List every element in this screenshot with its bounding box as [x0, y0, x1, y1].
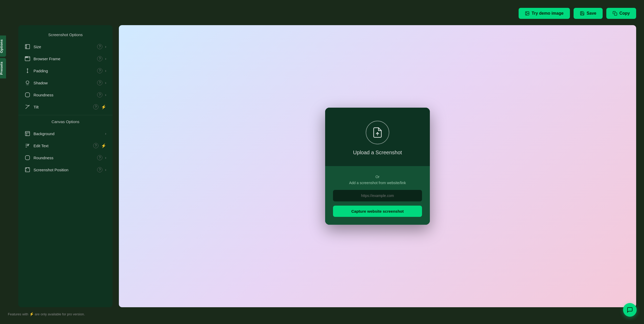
svg-text:T: T [28, 145, 29, 146]
image-icon [525, 11, 530, 16]
sidebar-item-edit-text[interactable]: T Edit Text ? ⚡ [18, 140, 113, 152]
roundness-help-icon[interactable]: ? [97, 92, 102, 97]
try-demo-label: Try demo image [532, 11, 564, 16]
background-chevron-icon: › [105, 131, 106, 136]
sidebar-item-tilt[interactable]: Tilt ? ⚡ [18, 101, 113, 113]
size-chevron-icon: › [105, 45, 106, 49]
upload-card: Upload a Screenshot Or Add a screenshot … [325, 108, 430, 225]
top-bar: Try demo image Save Copy [8, 8, 636, 19]
tilt-icon [25, 104, 30, 110]
svg-point-8 [27, 57, 28, 57]
chat-button[interactable] [623, 303, 637, 317]
sidebar-item-browser-frame[interactable]: Browser Frame ? › [18, 53, 113, 65]
sidebar-item-roundness-canvas[interactable]: Roundness ? › [18, 152, 113, 164]
canvas-options-title: Canvas Options [18, 117, 113, 128]
save-label: Save [587, 11, 596, 16]
or-text: Or Add a screenshot from website/link [349, 174, 406, 186]
sidebar-item-background[interactable]: Background › [18, 128, 113, 140]
browser-frame-icon [25, 56, 30, 62]
url-input-area: Or Add a screenshot from website/link Ca… [325, 166, 430, 225]
pro-note: Features with ⚡ are only available for p… [8, 312, 636, 316]
pro-lightning-note-icon: ⚡ [29, 312, 35, 316]
save-button[interactable]: Save [574, 8, 603, 19]
side-tabs: Options Presets [0, 36, 6, 78]
save-icon [580, 11, 585, 16]
shadow-chevron-icon: › [105, 81, 106, 85]
size-help-icon[interactable]: ? [97, 44, 102, 49]
size-icon [25, 44, 30, 50]
background-icon [25, 131, 30, 136]
svg-rect-14 [25, 93, 30, 97]
screenshot-position-actions: ? › [97, 167, 106, 172]
svg-point-13 [26, 84, 29, 85]
options-tab[interactable]: Options [0, 36, 6, 57]
screenshot-position-help-icon[interactable]: ? [97, 167, 102, 172]
roundness-icon [25, 92, 30, 98]
canvas-preview: Upload a Screenshot Or Add a screenshot … [119, 25, 636, 307]
svg-rect-4 [25, 57, 30, 61]
browser-frame-label: Browser Frame [34, 57, 97, 61]
svg-point-7 [26, 57, 27, 57]
roundness-label: Roundness [34, 93, 97, 97]
padding-chevron-icon: › [105, 69, 106, 73]
presets-tab[interactable]: Presets [0, 58, 6, 78]
tilt-label: Tilt [34, 105, 93, 109]
sidebar-item-screenshot-position[interactable]: Screenshot Position ? › [18, 164, 113, 176]
upload-icon [372, 127, 383, 138]
padding-label: Padding [34, 69, 97, 73]
sidebar-panel: Screenshot Options Size ? › Browser Fram… [18, 25, 113, 307]
background-actions: › [105, 131, 106, 136]
edit-text-icon: T [25, 143, 30, 149]
screenshot-position-icon [25, 167, 30, 173]
browser-frame-help-icon[interactable]: ? [97, 56, 102, 61]
screenshot-position-label: Screenshot Position [34, 168, 97, 172]
screenshot-position-chevron-icon: › [105, 168, 106, 172]
roundness-canvas-help-icon[interactable]: ? [97, 155, 102, 160]
roundness-actions: ? › [97, 92, 106, 97]
copy-button[interactable]: Copy [606, 8, 636, 19]
svg-rect-20 [25, 156, 30, 160]
svg-point-1 [526, 12, 527, 13]
padding-icon [25, 68, 30, 74]
roundness-canvas-label: Roundness [34, 156, 97, 160]
sidebar-item-padding[interactable]: Padding ? › [18, 65, 113, 77]
svg-rect-2 [614, 13, 617, 15]
capture-button[interactable]: Capture website screenshot [333, 206, 422, 217]
edit-text-pro-icon: ⚡ [101, 143, 106, 148]
browser-frame-chevron-icon: › [105, 57, 106, 61]
edit-text-help-icon[interactable]: ? [93, 143, 98, 148]
sidebar-item-size[interactable]: Size ? › [18, 41, 113, 53]
roundness-canvas-actions: ? › [97, 155, 106, 160]
svg-rect-21 [25, 168, 30, 172]
browser-frame-actions: ? › [97, 56, 106, 61]
divider-1 [18, 115, 113, 115]
padding-help-icon[interactable]: ? [97, 68, 102, 73]
edit-text-actions: ? ⚡ [93, 143, 106, 148]
background-label: Background [34, 131, 105, 136]
size-actions: ? › [97, 44, 106, 49]
shadow-help-icon[interactable]: ? [97, 80, 102, 85]
tilt-actions: ? ⚡ [93, 104, 106, 109]
main-layout: Options Presets Screenshot Options Size … [8, 25, 636, 307]
sidebar-item-shadow[interactable]: Shadow ? › [18, 77, 113, 89]
copy-label: Copy [619, 11, 630, 16]
svg-point-6 [26, 57, 26, 57]
screenshot-options-title: Screenshot Options [18, 30, 113, 41]
sidebar-item-roundness[interactable]: Roundness ? › [18, 89, 113, 101]
padding-actions: ? › [97, 68, 106, 73]
upload-drop-zone[interactable]: Upload a Screenshot [325, 108, 430, 166]
edit-text-label: Edit Text [34, 144, 93, 148]
upload-title: Upload a Screenshot [353, 150, 402, 156]
shadow-actions: ? › [97, 80, 106, 85]
roundness-chevron-icon: › [105, 93, 106, 97]
roundness-canvas-chevron-icon: › [105, 156, 106, 160]
tilt-help-icon[interactable]: ? [93, 104, 98, 109]
shadow-icon [25, 80, 30, 86]
svg-point-12 [26, 81, 29, 84]
try-demo-button[interactable]: Try demo image [519, 8, 570, 19]
roundness-canvas-icon [25, 155, 30, 161]
size-label: Size [34, 45, 97, 49]
svg-rect-15 [25, 131, 30, 136]
url-input[interactable] [333, 190, 422, 201]
shadow-label: Shadow [34, 81, 97, 85]
